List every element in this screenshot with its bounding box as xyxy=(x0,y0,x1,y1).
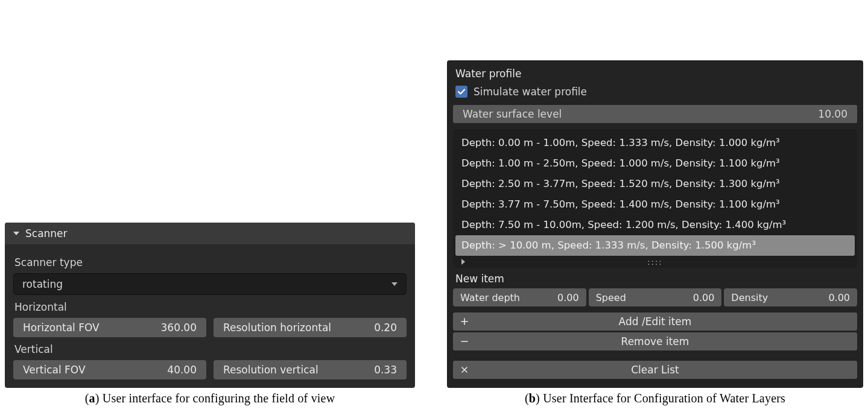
list-item[interactable]: Depth: > 10.00 m, Speed: 1.333 m/s, Dens… xyxy=(455,235,855,256)
button-label: Remove item xyxy=(460,335,850,347)
scanner-panel-header[interactable]: Scanner xyxy=(5,223,415,244)
field-value: 0.20 xyxy=(374,322,397,334)
plus-icon xyxy=(460,317,469,326)
field-label: Resolution vertical xyxy=(223,364,318,376)
field-label: Speed xyxy=(596,292,626,303)
check-icon xyxy=(457,87,466,96)
vertical-label: Vertical xyxy=(14,343,405,355)
button-label: Clear List xyxy=(460,364,850,376)
expand-icon[interactable] xyxy=(461,259,465,265)
field-value: 10.00 xyxy=(818,108,847,120)
field-label: Density xyxy=(731,292,768,303)
caption-a: (a) User interface for configuring the f… xyxy=(85,392,335,405)
close-icon xyxy=(460,366,469,374)
scanner-type-value: rotating xyxy=(22,278,63,290)
chevron-down-icon xyxy=(391,282,398,286)
list-footer: :::: xyxy=(455,256,855,268)
button-label: Add /Edit item xyxy=(460,315,850,328)
field-value: 0.00 xyxy=(557,292,579,303)
new-item-label: New item xyxy=(455,273,855,285)
remove-item-button[interactable]: Remove item xyxy=(453,332,857,350)
density-field[interactable]: Density 0.00 xyxy=(724,288,857,306)
scanner-panel: Scanner Scanner type rotating Horizontal… xyxy=(5,223,415,388)
field-label: Resolution horizontal xyxy=(223,322,331,334)
scanner-type-dropdown[interactable]: rotating xyxy=(13,273,407,295)
collapse-icon xyxy=(13,232,19,235)
caption-b: (b) User Interface for Configuration of … xyxy=(525,392,785,405)
panel-title: Water profile xyxy=(455,68,855,80)
resolution-vertical-field[interactable]: Resolution vertical 0.33 xyxy=(214,360,407,379)
speed-field[interactable]: Speed 0.00 xyxy=(589,288,722,306)
list-item[interactable]: Depth: 0.00 m - 1.00m, Speed: 1.333 m/s,… xyxy=(455,133,855,153)
field-value: 0.33 xyxy=(374,364,397,376)
field-label: Water depth xyxy=(460,292,520,303)
field-value: 0.00 xyxy=(828,292,850,303)
field-label: Water surface level xyxy=(463,108,562,120)
minus-icon xyxy=(460,337,469,346)
water-layers-listbox[interactable]: Depth: 0.00 m - 1.00m, Speed: 1.333 m/s,… xyxy=(453,129,857,268)
water-profile-panel: Water profile Simulate water profile Wat… xyxy=(447,60,863,388)
vertical-fov-field[interactable]: Vertical FOV 40.00 xyxy=(13,360,206,379)
scanner-type-label: Scanner type xyxy=(14,256,405,268)
water-depth-field[interactable]: Water depth 0.00 xyxy=(453,288,586,306)
simulate-label: Simulate water profile xyxy=(474,86,587,98)
resize-grip-icon[interactable]: :::: xyxy=(647,258,663,267)
resolution-horizontal-field[interactable]: Resolution horizontal 0.20 xyxy=(214,318,407,337)
list-item[interactable]: Depth: 1.00 m - 2.50m, Speed: 1.000 m/s,… xyxy=(455,153,855,174)
field-label: Vertical FOV xyxy=(23,364,86,376)
field-label: Horizontal FOV xyxy=(23,322,100,334)
horizontal-label: Horizontal xyxy=(14,301,405,313)
clear-list-button[interactable]: Clear List xyxy=(453,361,857,379)
list-item[interactable]: Depth: 7.50 m - 10.00m, Speed: 1.200 m/s… xyxy=(455,215,855,235)
list-item[interactable]: Depth: 3.77 m - 7.50m, Speed: 1.400 m/s,… xyxy=(455,194,855,215)
field-value: 40.00 xyxy=(167,364,197,376)
simulate-checkbox[interactable] xyxy=(455,86,467,98)
field-value: 0.00 xyxy=(693,292,715,303)
panel-title: Scanner xyxy=(25,227,68,239)
list-item[interactable]: Depth: 2.50 m - 3.77m, Speed: 1.520 m/s,… xyxy=(455,174,855,194)
add-edit-item-button[interactable]: Add /Edit item xyxy=(453,312,857,331)
water-surface-level-field[interactable]: Water surface level 10.00 xyxy=(453,105,857,123)
horizontal-fov-field[interactable]: Horizontal FOV 360.00 xyxy=(13,318,206,337)
field-value: 360.00 xyxy=(161,322,197,334)
